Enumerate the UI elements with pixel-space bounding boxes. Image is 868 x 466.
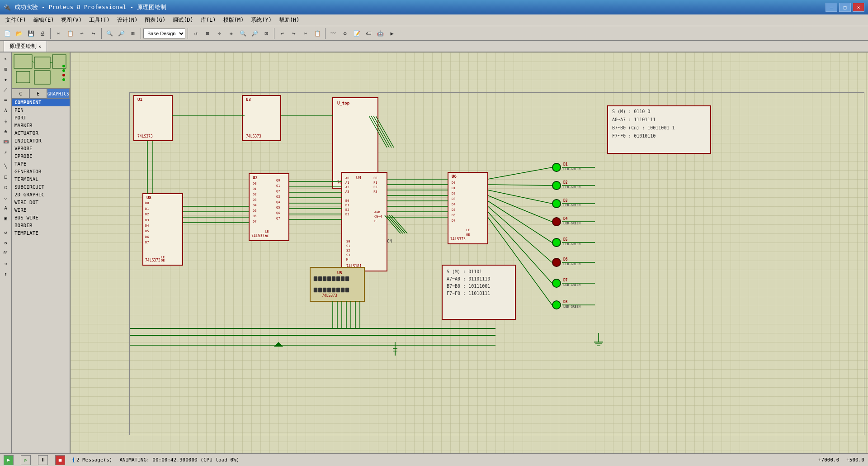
bus-tool[interactable]: ═ — [1, 95, 11, 105]
tab-close-icon[interactable]: ✕ — [38, 44, 41, 49]
label-tool[interactable]: A — [1, 105, 11, 115]
copy-button[interactable]: 📋 — [65, 28, 75, 39]
side-item-vprobe[interactable]: VPROBE — [12, 145, 70, 152]
side-item-generator[interactable]: GENERATOR — [12, 168, 70, 176]
menu-help[interactable]: 帮助(H) — [275, 15, 303, 25]
rotate-cw[interactable]: ↺ — [1, 227, 11, 237]
menu-debug[interactable]: 调试(D) — [169, 15, 197, 25]
side-item-actuator[interactable]: ACTUATOR — [12, 129, 70, 137]
save-button[interactable]: 💾 — [25, 28, 36, 39]
generator-tool[interactable]: ⚡ — [1, 147, 11, 157]
zoom-out-button[interactable]: 🔎 — [116, 28, 127, 39]
open-button[interactable]: 📂 — [14, 28, 24, 39]
side-panel: C E GRAPHICS COMPONENT PIN PORT MARKER A… — [12, 52, 71, 453]
play-button[interactable]: ▶ — [4, 455, 14, 465]
toolbar: 📄 📂 💾 🖨 ✂ 📋 ↩ ↪ 🔍 🔎 ⊞ Base Design ↺ ⊞ ✛ … — [0, 26, 868, 41]
draw-line[interactable]: ╲ — [1, 161, 11, 171]
zoomin2-button[interactable]: 🔍 — [237, 28, 248, 39]
wire-button[interactable]: 〰 — [328, 28, 339, 39]
main-layout: ↖ ⊞ ✚ ／ ═ A ⏚ ⊗ 📼 ⚡ ╲ □ ○ ◡ A ▣ ↺ ↻ 0° ↔… — [0, 52, 868, 453]
rotate-ccw[interactable]: ↻ — [1, 238, 11, 247]
side-item-terminal[interactable]: TERMINAL — [12, 176, 70, 183]
canvas-area[interactable]: U1 74LS373 U3 74LS373 U_top 74LS181 U2 7… — [71, 52, 868, 453]
power-tool[interactable]: ⏚ — [1, 116, 11, 126]
side-tab-graphics[interactable]: GRAPHICS — [47, 89, 70, 99]
side-item-template[interactable]: TEMPLATE — [12, 229, 70, 237]
component-tool[interactable]: ⊞ — [1, 64, 11, 74]
undo2-button[interactable]: ↩ — [277, 28, 288, 39]
stop-button[interactable]: ■ — [55, 455, 65, 465]
side-item-iprobe[interactable]: IPROBE — [12, 152, 70, 160]
side-item-2dgraphic[interactable]: 2D GRAPHIC — [12, 191, 70, 199]
pause-button[interactable]: ⏸ — [38, 455, 48, 465]
fit-button[interactable]: ⊞ — [127, 28, 138, 39]
grid-button[interactable]: ⊞ — [202, 28, 213, 39]
new-button[interactable]: 📄 — [2, 28, 13, 39]
undo-button[interactable]: ↩ — [76, 28, 87, 39]
side-item-pin[interactable]: PIN — [12, 106, 70, 114]
zoom-in-button[interactable]: 🔍 — [104, 28, 115, 39]
menu-system[interactable]: 系统(Y) — [247, 15, 275, 25]
select-tool[interactable]: ↖ — [1, 53, 11, 63]
coord-y: +500.0 — [846, 457, 864, 463]
component-list[interactable]: PIN PORT MARKER ACTUATOR INDICATOR VPROB… — [12, 106, 70, 453]
maximize-button[interactable]: □ — [839, 3, 851, 12]
side-item-port[interactable]: PORT — [12, 114, 70, 122]
cut2-button[interactable]: ✂ — [300, 28, 311, 39]
run-button[interactable]: ▶ — [387, 28, 397, 39]
menu-tools[interactable]: 工具(T) — [85, 15, 113, 25]
menu-lib[interactable]: 库(L) — [197, 15, 220, 25]
junction-tool[interactable]: ✚ — [1, 74, 11, 84]
origin-button[interactable]: ✛ — [214, 28, 225, 39]
cursor-button[interactable]: ✚ — [226, 28, 236, 39]
toolbar-sep-1 — [50, 28, 51, 39]
side-item-marker[interactable]: MARKER — [12, 122, 70, 129]
side-tab-c[interactable]: C — [12, 89, 29, 99]
schematic-thumbnail[interactable] — [12, 52, 70, 89]
draw-text[interactable]: A — [1, 203, 11, 213]
draw-arc[interactable]: ◡ — [1, 192, 11, 202]
menu-template[interactable]: 模版(M) — [220, 15, 248, 25]
svg-point-11 — [62, 78, 65, 81]
side-item-wiredot[interactable]: WIRE DOT — [12, 199, 70, 206]
menu-chart[interactable]: 图表(G) — [141, 15, 169, 25]
tag-button[interactable]: 🏷 — [363, 28, 374, 39]
redo-button[interactable]: ↪ — [88, 28, 99, 39]
side-item-wire[interactable]: WIRE — [12, 206, 70, 214]
minimize-button[interactable]: — — [826, 3, 837, 12]
design-select[interactable]: Base Design — [143, 29, 185, 38]
zoomout2-button[interactable]: 🔎 — [249, 28, 260, 39]
refresh-button[interactable]: ↺ — [190, 28, 201, 39]
draw-rect[interactable]: □ — [1, 171, 11, 181]
side-item-buswire[interactable]: BUS WIRE — [12, 214, 70, 222]
property-button[interactable]: 📝 — [351, 28, 362, 39]
menu-edit[interactable]: 编辑(E) — [30, 15, 58, 25]
close-button[interactable]: ✕ — [853, 3, 864, 12]
cut-button[interactable]: ✂ — [53, 28, 64, 39]
side-item-indicator[interactable]: INDICATOR — [12, 137, 70, 145]
menu-design[interactable]: 设计(N) — [113, 15, 142, 25]
auto-button[interactable]: 🤖 — [375, 28, 386, 39]
side-item-subcircuit[interactable]: SUBCIRCUIT — [12, 183, 70, 191]
menu-view[interactable]: 视图(V) — [57, 15, 85, 25]
toolbar-sep-5 — [274, 28, 274, 39]
zoomarea-button[interactable]: ⊡ — [261, 28, 272, 39]
flip-h[interactable]: ↔ — [1, 258, 11, 268]
component-button[interactable]: ⚙ — [340, 28, 350, 39]
side-item-border[interactable]: BORDER — [12, 222, 70, 229]
draw-circle[interactable]: ○ — [1, 182, 11, 192]
menu-file[interactable]: 文件(F) — [2, 15, 30, 25]
redo2-button[interactable]: ↪ — [288, 28, 299, 39]
probe-tool[interactable]: ⊗ — [1, 126, 11, 136]
print-button[interactable]: 🖨 — [37, 28, 48, 39]
tape-tool[interactable]: 📼 — [1, 137, 11, 147]
side-tab-e[interactable]: E — [29, 89, 47, 99]
wire-tool[interactable]: ／ — [1, 85, 11, 95]
side-item-tape[interactable]: TAPE — [12, 160, 70, 168]
selected-mode-label: COMPONENT — [12, 99, 70, 106]
flip-v[interactable]: ↕ — [1, 269, 11, 279]
draw-symbol[interactable]: ▣ — [1, 213, 11, 223]
paste-button[interactable]: 📋 — [312, 28, 323, 39]
tab-schematic[interactable]: 原理图绘制 ✕ — [4, 41, 47, 52]
step-button[interactable]: ▷ — [21, 455, 31, 465]
